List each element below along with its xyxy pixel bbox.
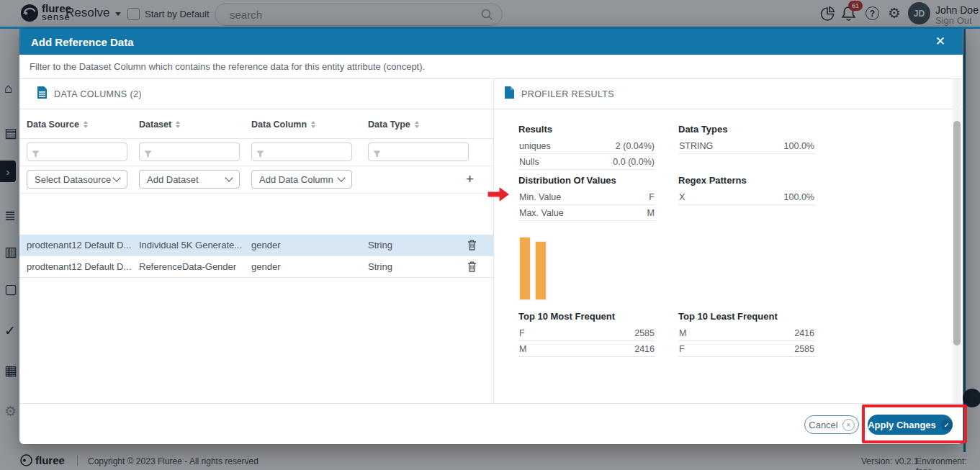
sort-icon xyxy=(311,121,315,128)
filter-input-data-source[interactable] xyxy=(27,143,127,161)
column-header-dataset[interactable]: Dataset xyxy=(139,119,180,130)
modal-footer: Cancel × Apply Changes ✓ xyxy=(19,403,963,444)
modal-header: Add Reference Data ✕ xyxy=(19,29,963,55)
filter-row-divider xyxy=(19,166,494,166)
data-columns-panel-header: DATA COLUMNS (2) xyxy=(19,79,493,109)
cancel-button[interactable]: Cancel × xyxy=(804,415,859,434)
profiler-panel-header: PROFILER RESULTS xyxy=(494,79,963,109)
table-row[interactable]: prodtenant12 Default D... ReferenceData-… xyxy=(19,256,494,278)
distribution-title: Distribution Of Values xyxy=(518,175,655,189)
column-header-data-source[interactable]: Data Source xyxy=(27,119,88,130)
chevron-down-icon xyxy=(337,173,345,181)
results-title: Results xyxy=(518,124,655,138)
funnel-icon xyxy=(144,148,152,161)
document-icon xyxy=(504,86,515,102)
profiler-scrollbar-thumb[interactable] xyxy=(953,121,961,345)
document-table-icon xyxy=(37,86,48,102)
distribution-table: Distribution Of Values Min. ValueF Max. … xyxy=(518,175,655,221)
regex-patterns-title: Regex Patterns xyxy=(678,175,815,189)
regex-patterns-table: Regex Patterns X100.0% xyxy=(678,175,815,205)
filter-input-dataset[interactable] xyxy=(139,143,240,161)
profiler-panel-title: PROFILER RESULTS xyxy=(521,89,614,99)
datasource-select[interactable]: Select Datasource xyxy=(27,170,127,189)
select-row-divider xyxy=(19,193,494,194)
add-reference-data-modal: Add Reference Data ✕ Filter to the Datas… xyxy=(19,29,963,444)
data-types-title: Data Types xyxy=(678,124,815,138)
profiler-results-panel: PROFILER RESULTS Results uniques2 (0.04%… xyxy=(494,79,963,403)
modal-subtitle: Filter to the Dataset Column which conta… xyxy=(19,55,963,79)
filter-input-data-type[interactable] xyxy=(368,143,469,161)
modal-title: Add Reference Data xyxy=(31,36,134,48)
least-frequent-title: Top 10 Least Frequent xyxy=(678,311,815,325)
sort-icon xyxy=(84,121,88,128)
close-circle-icon: × xyxy=(842,419,855,431)
bar-M xyxy=(535,241,547,300)
funnel-icon xyxy=(373,148,381,161)
data-columns-panel-title: DATA COLUMNS (2) xyxy=(54,89,142,99)
trash-icon[interactable] xyxy=(467,261,477,274)
table-row-selected[interactable]: prodtenant12 Default D... Individual 5K … xyxy=(19,235,494,256)
data-columns-panel: DATA COLUMNS (2) Data Source Dataset Dat… xyxy=(19,79,494,403)
results-table: Results uniques2 (0.04%) Nulls0.0 (0.0%) xyxy=(518,124,655,170)
funnel-icon xyxy=(256,148,264,161)
funnel-icon xyxy=(32,148,40,161)
column-header-data-type[interactable]: Data Type xyxy=(368,119,419,130)
data-types-table: Data Types STRING100.0% xyxy=(678,124,815,154)
filter-input-data-column[interactable] xyxy=(251,143,352,161)
check-circle-icon: ✓ xyxy=(941,419,953,430)
column-header-data-column[interactable]: Data Column xyxy=(251,119,315,130)
trash-icon[interactable] xyxy=(467,240,477,253)
close-icon[interactable]: ✕ xyxy=(935,34,945,49)
chevron-down-icon xyxy=(112,173,120,181)
chevron-down-icon xyxy=(225,173,233,181)
add-row-button[interactable]: + xyxy=(466,170,474,189)
bar-F xyxy=(519,237,531,300)
most-frequent-table: Top 10 Most Frequent F2585 M2416 xyxy=(518,311,655,357)
apply-changes-button[interactable]: Apply Changes ✓ xyxy=(868,415,953,435)
value-distribution-bar-chart xyxy=(519,238,547,300)
sort-icon xyxy=(415,121,419,128)
most-frequent-title: Top 10 Most Frequent xyxy=(518,311,655,325)
least-frequent-table: Top 10 Least Frequent M2416 F2585 xyxy=(678,311,815,357)
header-divider xyxy=(19,138,494,139)
data-column-select[interactable]: Add Data Column xyxy=(251,170,352,189)
dataset-select[interactable]: Add Dataset xyxy=(139,170,240,189)
sort-icon xyxy=(176,121,180,128)
